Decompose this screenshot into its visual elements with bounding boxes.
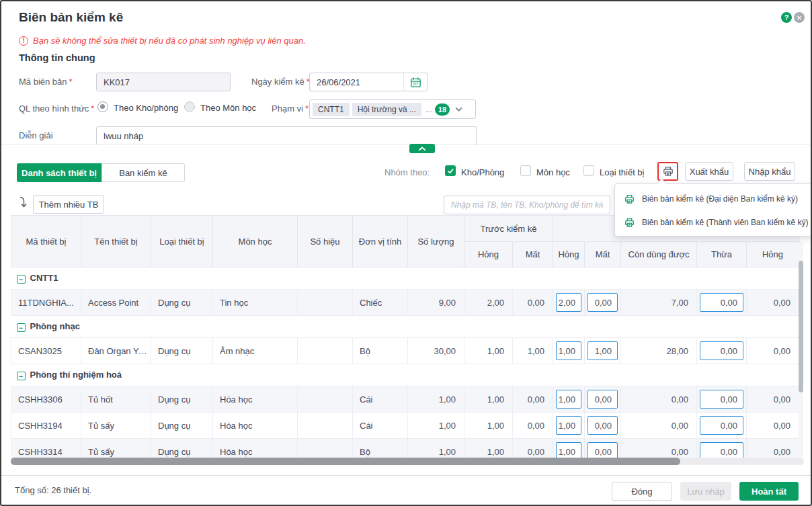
group-by-label: Nhóm theo: (384, 167, 430, 177)
column-header[interactable]: Còn dùng được (621, 242, 697, 267)
text-cell (298, 290, 353, 316)
insert-rows-icon[interactable] (18, 196, 29, 209)
footer-divider (1, 475, 811, 476)
column-header[interactable]: Hỏng (747, 242, 799, 267)
number-input[interactable]: 0,00 (700, 416, 743, 435)
radio-theo-mon-hoc[interactable] (184, 101, 195, 112)
table-row: CSHH3194Tủ sấyDụng cụHóa họcCái1,001,000… (11, 413, 799, 439)
number-cell: 0,00 (513, 413, 553, 439)
number-input[interactable]: 1,00 (556, 390, 581, 409)
checkbox-kho-phong[interactable] (445, 165, 456, 176)
number-cell: 28,00 (621, 338, 697, 364)
number-cell: 1,00 (464, 338, 513, 364)
tab-danh-sach-thiet-bi[interactable]: Danh sách thiết bị (17, 163, 102, 182)
text-cell: Hóa học (213, 386, 298, 413)
radio-label-mon-hoc[interactable]: Theo Môn học (200, 103, 256, 113)
checkbox-label-kho-phong[interactable]: Kho/Phòng (461, 167, 504, 177)
column-header[interactable]: Đơn vị tính (353, 216, 408, 267)
collapse-form-button[interactable] (409, 144, 435, 153)
column-header[interactable]: Mất (585, 242, 621, 267)
text-cell: Bộ (353, 338, 408, 364)
column-header[interactable]: Môn học (213, 216, 298, 267)
section-title: Thông tin chung (19, 52, 95, 63)
column-header[interactable]: Mất (513, 242, 553, 267)
editable-cell: 0,00 (697, 338, 747, 364)
text-cell: Dụng cụ (151, 290, 213, 316)
vertical-scrollbar-thumb[interactable] (799, 261, 803, 392)
more-chips-ellipsis: ... (425, 105, 432, 114)
number-cell: 1,00 (408, 413, 464, 439)
collapse-group-icon[interactable]: − (17, 323, 26, 332)
horizontal-scrollbar-track (11, 458, 804, 465)
number-cell: 0,00 (747, 386, 799, 413)
column-header[interactable]: Loại thiết bị (151, 216, 213, 267)
collapse-group-icon[interactable]: − (17, 372, 26, 380)
editable-cell: 2,00 (553, 290, 585, 316)
column-header[interactable]: Thừa (697, 242, 747, 267)
number-input[interactable]: 0,00 (700, 341, 743, 360)
radio-label-kho-phong[interactable]: Theo Kho/phòng (114, 103, 178, 113)
close-button[interactable]: Đóng (612, 482, 672, 501)
dien-giai-input[interactable] (96, 126, 477, 145)
table-row: CSAN3025Đàn Organ Ya...Dụng cụÂm nhạcBộ3… (11, 338, 799, 364)
column-header[interactable]: Hỏng (464, 242, 513, 267)
number-cell: 7,00 (621, 290, 697, 316)
count-badge: 18 (435, 103, 450, 116)
inventory-check-dialog: Biên bản kiểm kê ? ✕ ! Bạn sẽ không thể … (0, 0, 812, 506)
number-input[interactable]: 0,00 (587, 390, 618, 409)
number-input[interactable]: 0,00 (700, 390, 743, 409)
label-ngay-kiem-ke: Ngày kiểm kê* (251, 77, 310, 87)
close-icon[interactable]: ✕ (794, 12, 805, 23)
form-divider (1, 144, 811, 145)
menu-item-label: Biên bản kiểm kê (Đại diện Ban kiểm kê k… (642, 194, 798, 204)
warning-icon: ! (19, 36, 28, 46)
collapse-group-icon[interactable]: − (17, 275, 26, 284)
device-table: Mã thiết bị Tên thiết bị Loại thiết bị M… (11, 215, 804, 462)
checkbox-loai-thiet-bi[interactable] (583, 165, 594, 176)
print-button[interactable] (657, 162, 678, 181)
import-button[interactable]: Nhập khẩu (744, 162, 795, 181)
number-input[interactable]: 1,00 (556, 341, 581, 360)
ngay-kiem-ke-field[interactable]: 26/06/2021 (309, 73, 428, 91)
column-header[interactable]: Hỏng (553, 242, 585, 267)
help-icon[interactable]: ? (781, 12, 792, 23)
number-input[interactable]: 2,00 (556, 293, 581, 312)
number-cell: 1,00 (464, 413, 513, 439)
menu-item-print-dai-dien[interactable]: Biên bản kiểm kê (Đại diện Ban kiểm kê k… (615, 187, 812, 210)
number-cell: 0,00 (747, 290, 799, 316)
label-pham-vi: Phạm vi* (272, 103, 309, 114)
column-header[interactable]: Số hiệu (298, 216, 353, 267)
checkbox-mon-hoc[interactable] (520, 165, 531, 176)
editable-cell: 0,00 (697, 413, 747, 439)
editable-cell: 0,00 (697, 290, 747, 316)
search-input[interactable] (444, 196, 610, 214)
calendar-icon[interactable] (403, 73, 427, 91)
date-value: 26/06/2021 (310, 73, 403, 91)
export-button[interactable]: Xuất khẩu (685, 162, 733, 181)
column-header[interactable]: Tên thiết bị (81, 216, 151, 267)
column-header[interactable]: Mã thiết bị (11, 216, 81, 267)
group-name: Phòng nhạc (30, 321, 80, 331)
text-cell: Hóa học (213, 413, 298, 439)
number-input[interactable]: 0,00 (700, 293, 743, 312)
ma-bien-ban-field[interactable]: KK017 (96, 73, 231, 91)
save-draft-button[interactable]: Lưu nháp (680, 482, 731, 501)
column-header[interactable]: Số lượng (408, 216, 464, 267)
tab-ban-kiem-ke[interactable]: Ban kiểm kê (102, 163, 185, 182)
chevron-down-icon[interactable] (455, 107, 462, 112)
number-input[interactable]: 0,00 (587, 293, 618, 312)
add-many-devices-button[interactable]: Thêm nhiều TB (33, 195, 104, 214)
number-cell: 1,00 (408, 386, 464, 413)
checkbox-label-loai-thiet-bi[interactable]: Loại thiết bị (600, 167, 645, 177)
number-input[interactable]: 0,00 (587, 416, 618, 435)
radio-theo-kho-phong[interactable] (97, 101, 108, 112)
pham-vi-field[interactable]: CNTT1 Hội trường và ... ... 18 (309, 99, 476, 119)
horizontal-scrollbar-thumb[interactable] (11, 458, 680, 465)
menu-item-print-thanh-vien[interactable]: Biên bản kiểm kê (Thành viên Ban kiểm kê… (615, 211, 812, 234)
editable-cell: 1,00 (553, 386, 585, 413)
complete-button[interactable]: Hoàn tất (739, 482, 799, 501)
checkbox-label-mon-hoc[interactable]: Môn học (536, 167, 570, 177)
number-input[interactable]: 1,00 (556, 416, 581, 435)
label-ma-bien-ban: Mã biên bản* (19, 77, 73, 87)
number-input[interactable]: 1,00 (587, 341, 618, 360)
